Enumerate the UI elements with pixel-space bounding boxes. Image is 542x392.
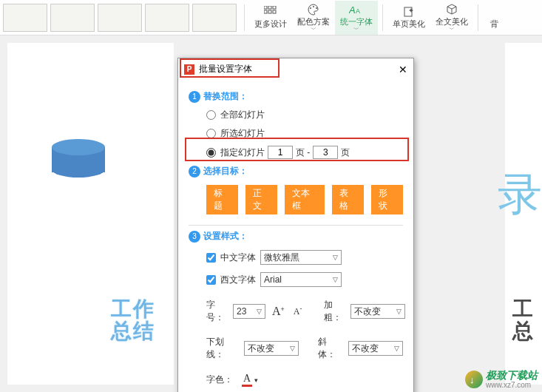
color-scheme-button[interactable]: 配色方案 ﹀ (292, 1, 335, 35)
batch-font-dialog: P 批量设置字体 ✕ 1 替换范围： 全部幻灯片 所选幻灯片 指定幻灯片 页 -… (177, 58, 414, 392)
tool-label: 单页美化 (393, 18, 425, 30)
template-thumb[interactable] (98, 4, 142, 32)
svg-point-7 (313, 6, 314, 7)
tag-table[interactable]: 表格 (332, 185, 364, 214)
cn-font-checkbox[interactable] (206, 253, 216, 263)
step-label: 选择目标： (203, 165, 248, 178)
more-design-button[interactable]: 更多设计 (249, 1, 292, 35)
app-p-icon: P (184, 64, 194, 75)
svg-rect-0 (264, 6, 267, 9)
page-unit-label: 页 (341, 146, 350, 159)
step-label: 替换范围： (203, 90, 248, 103)
unify-font-button[interactable]: AA 统一字体 ﹀ (335, 1, 378, 35)
page-to-input[interactable] (313, 146, 338, 159)
single-beautify-button[interactable]: 单页美化 (387, 1, 430, 35)
en-font-checkbox[interactable] (206, 275, 216, 285)
combo-value: 不改变 (248, 342, 285, 355)
step-badge: 1 (189, 91, 200, 103)
watermark-icon: ↓ (465, 371, 483, 388)
svg-rect-5 (273, 10, 276, 13)
template-thumb[interactable] (145, 4, 189, 32)
option-label: 全部幻灯片 (220, 109, 265, 121)
chevron-down-icon: ﹀ (292, 27, 335, 32)
field-label: 中文字体 (220, 251, 256, 264)
option-label: 指定幻灯片 (220, 146, 265, 159)
tag-title[interactable]: 标题 (206, 185, 238, 214)
combo-value: 23 (237, 306, 252, 317)
size-label: 字号： (206, 299, 224, 324)
tag-textbox[interactable]: 文本框 (285, 185, 325, 214)
step2-header: 2 选择目标： (189, 165, 403, 178)
full-beautify-button[interactable]: 全文美化 ﹀ (430, 1, 473, 35)
chevron-down-icon: ▽ (394, 345, 399, 352)
tag-body[interactable]: 正文 (245, 185, 277, 214)
color-row: 字色： A ▾ (206, 373, 403, 387)
radio-range[interactable] (206, 148, 216, 158)
italic-combo[interactable]: 不改变 ▽ (348, 341, 403, 356)
increase-font-icon[interactable]: A+ (270, 305, 287, 318)
watermark: ↓ 极致下载站 www.xz7.com (465, 369, 538, 389)
option-selected-slides[interactable]: 所选幻灯片 (206, 127, 403, 140)
chevron-down-icon: ▾ (254, 376, 258, 384)
combo-value: Arial (264, 274, 328, 285)
radio-selected[interactable] (206, 129, 216, 138)
chevron-down-icon: ▽ (333, 254, 338, 261)
slide-text[interactable]: 工作总结 (111, 298, 155, 342)
color-label: 字色： (206, 374, 233, 386)
svg-point-8 (316, 7, 317, 9)
dialog-titlebar[interactable]: P 批量设置字体 ✕ (178, 58, 413, 80)
tool-label: 背 (490, 18, 498, 30)
svg-rect-1 (268, 6, 271, 9)
radio-all[interactable] (206, 110, 216, 120)
watermark-name: 极致下载站 (486, 369, 538, 381)
slide-canvas[interactable]: 工作总结 (7, 43, 174, 385)
cube-icon (444, 3, 459, 16)
template-thumb[interactable] (3, 4, 47, 32)
chevron-down-icon: ﹀ (335, 27, 378, 32)
back-button[interactable]: 背 (483, 1, 505, 35)
step-badge: 2 (189, 166, 200, 178)
size-combo[interactable]: 23 ▽ (233, 304, 265, 319)
slide-text: 录 (498, 165, 542, 225)
underline-combo[interactable]: 不改变 ▽ (244, 341, 299, 356)
ribbon-toolbar: 更多设计 配色方案 ﹀ AA 统一字体 ﹀ 单页美化 全文美化 ﹀ 背 (0, 0, 542, 36)
combo-value: 不改变 (354, 305, 392, 318)
dialog-title: 批量设置字体 (199, 63, 252, 75)
italic-label: 斜体： (318, 336, 339, 361)
option-all-slides[interactable]: 全部幻灯片 (206, 109, 403, 121)
svg-point-6 (310, 7, 311, 9)
page-sparkle-icon (402, 5, 416, 18)
template-thumbnails (0, 1, 240, 35)
field-label: 西文字体 (220, 274, 256, 286)
template-thumb[interactable] (192, 4, 237, 32)
en-font-combo[interactable]: Arial ▽ (260, 272, 342, 287)
cn-font-combo[interactable]: 微软雅黑 ▽ (260, 250, 342, 265)
chevron-down-icon: ▽ (257, 308, 262, 315)
slide-canvas-right[interactable]: 录 工总 (505, 43, 542, 385)
step-label: 设置样式： (203, 230, 248, 243)
page-sep-label: 页 - (296, 146, 310, 159)
underline-label: 下划线： (206, 336, 235, 361)
tag-shape[interactable]: 形状 (371, 185, 403, 214)
underline-italic-row: 下划线： 不改变 ▽ 斜体： 不改变 ▽ (206, 336, 403, 361)
close-icon[interactable]: ✕ (399, 64, 407, 75)
slide-text: 工总 (512, 298, 533, 342)
cylinder-shape[interactable] (52, 139, 105, 178)
partial-icon (487, 5, 501, 18)
template-thumb[interactable] (50, 4, 95, 32)
grid-icon (263, 5, 278, 18)
option-specify-slides[interactable]: 指定幻灯片 页 - 页 (206, 146, 403, 159)
palette-icon (306, 3, 321, 16)
en-font-row: 西文字体 Arial ▽ (206, 272, 403, 287)
tool-label: 更多设计 (254, 18, 287, 30)
bold-combo[interactable]: 不改变 ▽ (350, 304, 405, 319)
page-from-input[interactable] (268, 146, 293, 159)
step3-header: 3 设置样式： (189, 230, 403, 243)
size-bold-row: 字号： 23 ▽ A+ A- 加粗： 不改变 ▽ (206, 299, 403, 324)
font-icon: AA (349, 3, 364, 16)
step-badge: 3 (189, 231, 200, 243)
svg-text:A: A (356, 7, 360, 15)
svg-rect-4 (268, 10, 271, 13)
decrease-font-icon[interactable]: A- (291, 306, 305, 317)
font-color-button[interactable]: A ▾ (242, 373, 258, 387)
